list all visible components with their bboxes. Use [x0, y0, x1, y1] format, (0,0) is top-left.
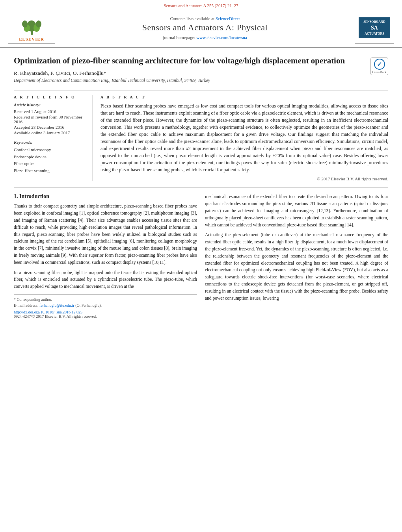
- history-label: Article history:: [14, 102, 86, 107]
- author-affiliation: Department of Electronics and Communicat…: [14, 78, 365, 83]
- body-content: 1. Introduction Thanks to their compact …: [14, 193, 388, 319]
- article-info-col: A R T I C L E I N F O Article history: R…: [14, 95, 93, 181]
- intro-para1: Thanks to their compact geometry and sim…: [14, 203, 197, 266]
- elsevier-tree-icon: [17, 14, 47, 36]
- elsevier-logo-box: ELSEVIER: [8, 12, 55, 44]
- section-divider: [14, 187, 388, 187]
- accepted: Accepted 28 December 2016: [14, 125, 86, 130]
- page-wrapper: Sensors and Actuators A 255 (2017) 21–27…: [0, 0, 402, 326]
- homepage-link[interactable]: www.elsevier.com/locate/sna: [196, 35, 247, 40]
- sensors-logo-box: SENSORS AND SA ACTUATORS: [355, 12, 394, 44]
- available: Available online 3 January 2017: [14, 130, 86, 135]
- crossmark-badge: ✓ CrossMark: [370, 57, 388, 75]
- svg-point-4: [22, 20, 28, 28]
- copyright-line: © 2017 Elsevier B.V. All rights reserved…: [100, 176, 388, 181]
- doi-link[interactable]: http://dx.doi.org/10.1016/j.sna.2016.12.…: [14, 310, 82, 314]
- elsevier-label: ELSEVIER: [19, 37, 44, 41]
- email-link[interactable]: ferhanoglu@itu.edu.tr: [39, 303, 74, 308]
- footnote-email: E-mail address: ferhanoglu@itu.edu.tr (O…: [14, 302, 197, 308]
- intro-para2: In a piezo-scanning fiber probe, light i…: [14, 269, 197, 290]
- sciencedirect-link[interactable]: ScienceDirect: [216, 16, 240, 21]
- contents-line: Contents lists available at ScienceDirec…: [170, 16, 240, 21]
- svg-point-5: [36, 20, 41, 28]
- footnote-corresponding: * Corresponding author.: [14, 297, 197, 302]
- right-para2: Actuating the piezo-element (tube or can…: [205, 232, 388, 302]
- keyword-4: Piezo-fiber scanning: [14, 167, 86, 174]
- body-left-col: 1. Introduction Thanks to their compact …: [14, 193, 197, 319]
- crossmark-icon: ✓: [374, 59, 385, 70]
- footnote-section: * Corresponding author. E-mail address: …: [14, 294, 197, 319]
- received1: Received 1 August 2016: [14, 109, 86, 114]
- abstract-col: A B S T R A C T Piezo-based fiber scanni…: [100, 95, 388, 181]
- keyword-3: Fiber optics: [14, 160, 86, 167]
- intro-title: 1. Introduction: [14, 193, 197, 200]
- title-section: Optimization of piezo-fiber scanning arc…: [14, 56, 388, 87]
- keyword-1: Confocal microscopy: [14, 146, 86, 154]
- doi-line: http://dx.doi.org/10.1016/j.sna.2016.12.…: [14, 310, 197, 314]
- article-info-heading: A R T I C L E I N F O: [14, 95, 86, 99]
- right-para1: mechanical resonance of the extended fib…: [205, 193, 388, 228]
- header-center: Contents lists available at ScienceDirec…: [55, 12, 355, 47]
- body-right-col: mechanical resonance of the extended fib…: [205, 193, 388, 319]
- crossmark-label: CrossMark: [372, 70, 387, 74]
- sensors-logo: SENSORS AND SA ACTUATORS: [359, 17, 390, 39]
- keywords-section: Keywords: Confocal microscopy Endoscopic…: [14, 140, 86, 174]
- journal-ref: Sensors and Actuators A 255 (2017) 21–27: [164, 3, 238, 8]
- article-authors: R. Khayatzadeh, F. Çivitci, O. Ferhanoğl…: [14, 70, 365, 76]
- article-title: Optimization of piezo-fiber scanning arc…: [14, 56, 365, 66]
- keywords-label: Keywords:: [14, 140, 86, 145]
- article-info-abstract-section: A R T I C L E I N F O Article history: R…: [14, 91, 388, 181]
- journal-title-header: Sensors and Actuators A: Physical: [142, 22, 268, 33]
- homepage-line: journal homepage: www.elsevier.com/locat…: [163, 35, 247, 40]
- article-body: Optimization of piezo-fiber scanning arc…: [0, 48, 402, 326]
- issn-line: 0924-4247/© 2017 Elsevier B.V. All right…: [14, 314, 197, 319]
- revised: Received in revised form 30 November 201…: [14, 115, 86, 124]
- journal-header: ELSEVIER Contents lists available at Sci…: [0, 9, 402, 48]
- keyword-2: Endoscopic device: [14, 154, 86, 161]
- abstract-heading: A B S T R A C T: [100, 95, 388, 99]
- abstract-text: Piezo-based fiber scanning probes have e…: [100, 102, 388, 173]
